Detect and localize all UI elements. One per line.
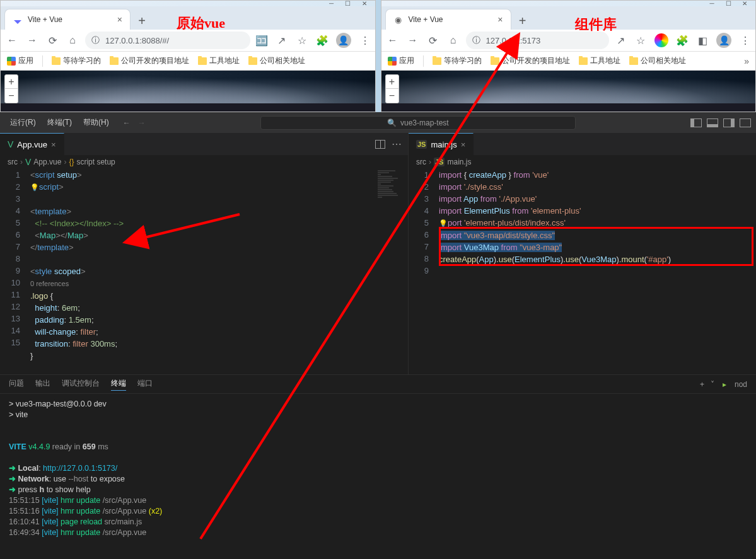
annotation-red-box xyxy=(439,227,753,266)
editor-tabs-right: JS main.js × xyxy=(409,133,756,155)
page-content-left: + − xyxy=(1,71,375,112)
tab-output[interactable]: 输出 xyxy=(35,378,50,390)
menu-help[interactable]: 帮助(H) xyxy=(78,115,114,130)
sidepanel-icon[interactable]: ◧ xyxy=(696,34,709,47)
site-info-icon[interactable]: ⓘ xyxy=(91,35,102,46)
symbol-icon: {} xyxy=(69,158,74,166)
window-max-icon[interactable]: ☐ xyxy=(720,1,736,6)
apps-button[interactable]: 应用 xyxy=(7,55,33,66)
tab-debug[interactable]: 调试控制台 xyxy=(62,378,100,390)
bookmark-item[interactable]: 等待学习的 xyxy=(52,55,101,66)
bookmarks-overflow-icon[interactable]: » xyxy=(744,56,749,66)
breadcrumb-right[interactable]: src› JS main.js xyxy=(409,155,756,169)
tab-terminal[interactable]: 终端 xyxy=(111,378,126,391)
window-close-icon[interactable]: ✕ xyxy=(356,1,373,6)
more-actions-icon[interactable]: ⋯ xyxy=(392,138,402,150)
menu-icon[interactable]: ⋮ xyxy=(359,34,371,47)
layout-customize-icon[interactable] xyxy=(740,118,751,127)
extension-rainbow-icon[interactable] xyxy=(654,33,668,47)
zoom-in-button[interactable]: + xyxy=(386,75,398,89)
address-bar[interactable]: ⓘ 127.0.0.1:5173 xyxy=(466,32,610,49)
vscode-window: 运行(R) 终端(T) 帮助(H) ← → 🔍 vue3-map-test V … xyxy=(0,112,756,559)
terminal-panel: 问题 输出 调试控制台 终端 端口 + ˅ ▸ nod > vue3-map-t… xyxy=(0,374,756,559)
home-button[interactable]: ⌂ xyxy=(65,33,80,48)
editor-tab-main-js[interactable]: JS main.js × xyxy=(409,133,474,155)
home-button[interactable]: ⌂ xyxy=(446,33,461,48)
share-icon[interactable]: ↗ xyxy=(276,34,288,47)
star-icon[interactable]: ☆ xyxy=(634,34,647,47)
terminal-output[interactable]: > vue3-map-test@0.0.0 dev> vite VITE v4.… xyxy=(0,394,756,559)
layout-bottom-icon[interactable] xyxy=(707,118,718,127)
bookmark-item[interactable]: 公司开发的项目地址 xyxy=(110,55,189,66)
minimap[interactable] xyxy=(376,169,408,219)
bookmark-item[interactable]: 等待学习的 xyxy=(433,55,482,66)
split-editor-icon[interactable] xyxy=(375,140,385,149)
browser-toolbar-left: ← → ⟳ ⌂ ⓘ 127.0.0.1:8088/#/ 🈁 ↗ ☆ 🧩 👤 ⋮ xyxy=(1,30,375,52)
folder-icon xyxy=(52,57,61,65)
window-close-icon[interactable]: ✕ xyxy=(736,1,753,6)
bookmark-item[interactable]: 工具地址 xyxy=(198,55,240,66)
browser-tab[interactable]: Vite + Vue × xyxy=(385,9,511,30)
editor-pane-right: JS main.js × src› JS main.js 123456789 i… xyxy=(409,133,756,374)
extensions-icon[interactable]: 🧩 xyxy=(316,34,329,47)
layout-right-icon[interactable] xyxy=(723,118,735,127)
window-max-icon[interactable]: ☐ xyxy=(340,1,356,6)
menu-run[interactable]: 运行(R) xyxy=(5,115,41,130)
star-icon[interactable]: ☆ xyxy=(296,34,308,47)
vue-file-icon: V xyxy=(8,139,13,149)
bookmark-item[interactable]: 公司相关地址 xyxy=(248,55,305,66)
close-tab-icon[interactable]: × xyxy=(51,140,56,149)
editor-pane-left: V App.vue × ⋯ src› V App.vue› {} script … xyxy=(0,133,409,374)
layout-left-icon[interactable] xyxy=(690,118,702,127)
code-editor-left[interactable]: 123456789101112131415 <script setup>💡scr… xyxy=(0,169,408,374)
folder-icon xyxy=(629,57,638,65)
bookmark-item[interactable]: 公司相关地址 xyxy=(629,55,686,66)
tab-close-icon[interactable]: × xyxy=(497,14,503,25)
nav-back-icon[interactable]: ← xyxy=(123,118,131,127)
address-bar[interactable]: ⓘ 127.0.0.1:8088/#/ xyxy=(85,32,250,49)
globe-icon xyxy=(393,14,404,25)
zoom-out-button[interactable]: − xyxy=(5,89,18,103)
folder-icon xyxy=(433,57,441,65)
apps-button[interactable]: 应用 xyxy=(388,55,414,66)
new-tab-button[interactable]: + xyxy=(514,12,532,30)
window-min-icon[interactable]: ─ xyxy=(323,1,340,6)
new-tab-button[interactable]: + xyxy=(133,12,151,30)
folder-icon xyxy=(110,57,119,65)
profile-avatar[interactable]: 👤 xyxy=(336,33,351,48)
profile-avatar[interactable]: 👤 xyxy=(716,33,731,48)
browser-tab[interactable]: Vite + Vue × xyxy=(4,9,131,30)
new-terminal-icon[interactable]: + xyxy=(700,380,704,389)
breadcrumb-left[interactable]: src› V App.vue› {} script setup xyxy=(0,155,408,169)
menu-icon[interactable]: ⋮ xyxy=(739,34,752,47)
back-button[interactable]: ← xyxy=(4,33,20,48)
window-min-icon[interactable]: ─ xyxy=(704,1,720,6)
translate-icon[interactable]: 🈁 xyxy=(255,34,268,47)
tab-problems[interactable]: 问题 xyxy=(9,378,24,390)
tab-ports[interactable]: 端口 xyxy=(137,378,153,390)
forward-button[interactable]: → xyxy=(25,33,40,48)
menu-terminal[interactable]: 终端(T) xyxy=(42,115,77,130)
share-icon[interactable]: ↗ xyxy=(614,34,627,47)
code-editor-right[interactable]: 123456789 import { createApp } from 'vue… xyxy=(409,169,756,374)
editor-tab-app-vue[interactable]: V App.vue × xyxy=(0,133,64,155)
bookmark-item[interactable]: 工具地址 xyxy=(579,55,620,66)
nav-forward-icon[interactable]: → xyxy=(138,118,146,127)
zoom-out-button[interactable]: − xyxy=(386,89,398,103)
tab-title: Vite + Vue xyxy=(409,15,443,24)
site-info-icon[interactable]: ⓘ xyxy=(472,35,482,46)
tab-strip-right: Vite + Vue × + xyxy=(381,6,756,30)
close-tab-icon[interactable]: × xyxy=(461,140,466,149)
folder-icon xyxy=(491,57,499,65)
reload-button[interactable]: ⟳ xyxy=(45,33,60,48)
terminal-dropdown-icon[interactable]: ˅ xyxy=(711,380,714,389)
command-center[interactable]: 🔍 vue3-map-test xyxy=(260,116,576,130)
bookmark-item[interactable]: 公司开发的项目地址 xyxy=(491,55,570,66)
url-text: 127.0.0.1:5173 xyxy=(486,36,541,45)
tab-close-icon[interactable]: × xyxy=(117,14,122,25)
reload-button[interactable]: ⟳ xyxy=(426,33,441,48)
extensions-icon[interactable]: 🧩 xyxy=(676,34,689,47)
forward-button[interactable]: → xyxy=(405,33,421,48)
zoom-in-button[interactable]: + xyxy=(5,75,18,89)
back-button[interactable]: ← xyxy=(385,33,400,48)
